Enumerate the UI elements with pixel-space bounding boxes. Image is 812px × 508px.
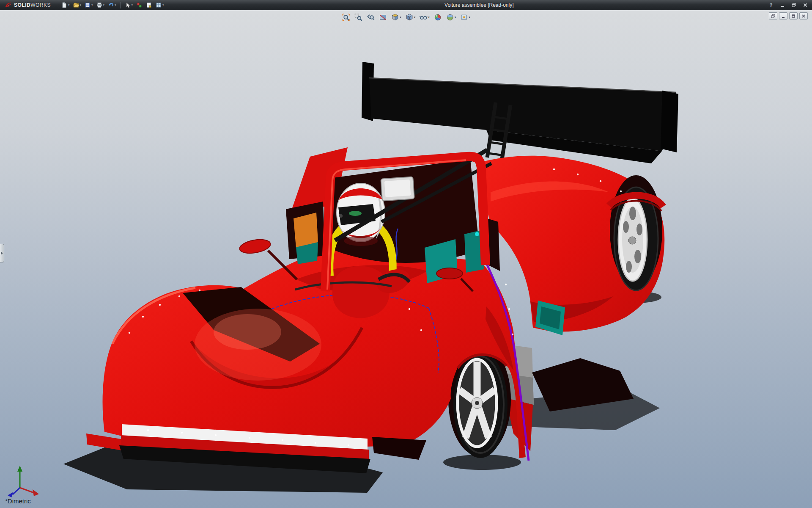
heads-up-view-toolbar: ▾ ▾ ▾: [341, 13, 471, 22]
print-button[interactable]: ▾: [95, 1, 106, 9]
close-icon: [803, 3, 807, 7]
apply-scene-caret[interactable]: ▾: [455, 16, 456, 19]
options-dropdown-caret[interactable]: ▾: [162, 3, 164, 7]
window-controls: ?: [768, 0, 809, 10]
help-button[interactable]: ?: [768, 2, 774, 8]
undo-icon: [107, 2, 114, 8]
zoom-to-fit-icon: [342, 13, 350, 22]
minimize-button[interactable]: [779, 2, 786, 8]
hide-show-items-button[interactable]: ▾: [418, 13, 431, 22]
select-cursor-icon: [124, 2, 131, 8]
document-window-controls: [769, 12, 808, 19]
undo-dropdown-caret[interactable]: ▾: [115, 3, 116, 7]
restore-button[interactable]: [790, 2, 797, 8]
brand-text: SOLIDWORKS: [14, 2, 51, 8]
new-dropdown-caret[interactable]: ▾: [68, 3, 70, 7]
save-dropdown-caret[interactable]: ▾: [91, 3, 93, 7]
view-orientation-button[interactable]: ▾: [390, 13, 402, 22]
display-style-button[interactable]: ▾: [404, 13, 417, 22]
orientation-triad: [8, 466, 39, 497]
sheet-properties-icon: [145, 2, 152, 8]
open-dropdown-caret[interactable]: ▾: [80, 3, 82, 7]
select-button[interactable]: ▾: [123, 1, 134, 9]
solidworks-logo: SOLIDWORKS: [0, 0, 56, 10]
restore-icon: [792, 3, 796, 7]
doc-minimize-icon: [781, 14, 785, 18]
window-title: Voiture assemblee [Read-only]: [444, 2, 513, 8]
print-dropdown-caret[interactable]: ▾: [103, 3, 105, 7]
view-settings-caret[interactable]: ▾: [469, 16, 470, 19]
display-style-icon: [405, 13, 414, 22]
save-icon: [84, 2, 91, 8]
new-document-icon: [61, 2, 68, 8]
open-icon: [73, 2, 80, 8]
view-orientation-label: *Dimetric: [5, 497, 31, 505]
save-button[interactable]: ▾: [83, 1, 94, 9]
featuremanager-collapse-handle[interactable]: [0, 244, 4, 262]
graphics-area[interactable]: ▾ ▾ ▾: [0, 10, 812, 508]
doc-restore-button[interactable]: [789, 12, 798, 19]
doc-restore-icon: [791, 14, 796, 18]
hide-show-caret[interactable]: ▾: [428, 16, 430, 19]
triad-z-axis: [13, 488, 20, 494]
standard-toolbar: ▾ ▾ ▾ ▾ ▾: [60, 1, 165, 9]
toolbar-separator: [120, 2, 121, 8]
3d-model-view[interactable]: [0, 10, 812, 508]
hide-show-glasses-icon: [419, 13, 428, 22]
cascade-icon: [771, 14, 775, 18]
rebuild-button[interactable]: [135, 1, 143, 9]
appearance-ball-icon: [433, 13, 442, 22]
options-table-icon: [155, 2, 162, 8]
frame-camera-pod: [381, 177, 414, 201]
options-button[interactable]: ▾: [154, 1, 165, 9]
view-settings-button[interactable]: ▾: [459, 13, 471, 22]
previous-view-button[interactable]: [365, 13, 376, 22]
apply-scene-button[interactable]: ▾: [445, 13, 457, 22]
titlebar: SOLIDWORKS ▾ ▾ ▾: [0, 0, 812, 10]
previous-view-icon: [366, 13, 375, 22]
print-icon: [96, 2, 103, 8]
close-button[interactable]: [802, 2, 809, 8]
zoom-to-fit-button[interactable]: [341, 13, 351, 22]
view-orientation-cube-icon: [391, 13, 399, 22]
doc-cascade-button[interactable]: [769, 12, 777, 19]
section-view-icon: [379, 13, 387, 22]
new-document-button[interactable]: ▾: [60, 1, 71, 9]
select-dropdown-caret[interactable]: ▾: [132, 3, 133, 7]
doc-close-icon: [801, 14, 806, 18]
rebuild-icon: [136, 2, 143, 8]
open-button[interactable]: ▾: [72, 1, 82, 9]
apply-scene-icon: [446, 13, 454, 22]
undo-button[interactable]: ▾: [107, 1, 117, 9]
sheet-properties-button[interactable]: [145, 1, 153, 9]
display-style-caret[interactable]: ▾: [414, 16, 416, 19]
triad-x-axis: [20, 488, 34, 493]
section-view-button[interactable]: [378, 13, 388, 22]
view-orientation-caret[interactable]: ▾: [400, 16, 401, 19]
edit-appearance-button[interactable]: [433, 13, 443, 22]
zoom-to-area-button[interactable]: [353, 13, 363, 22]
solidworks-logo-icon: [5, 2, 12, 8]
doc-close-button[interactable]: [799, 12, 808, 19]
minimize-icon: [780, 3, 785, 7]
zoom-to-area-icon: [354, 13, 362, 22]
view-settings-icon: [460, 13, 468, 22]
doc-minimize-button[interactable]: [779, 12, 787, 19]
